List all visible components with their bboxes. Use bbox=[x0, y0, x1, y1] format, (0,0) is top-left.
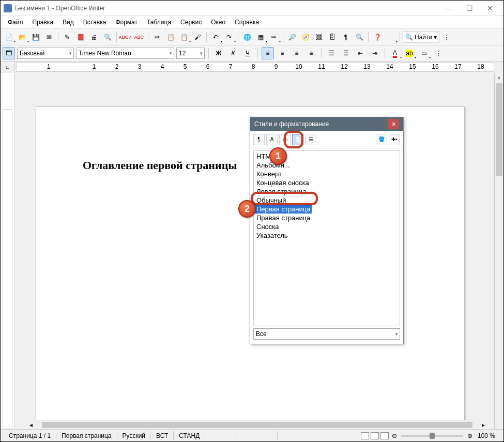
find-label: Найти bbox=[415, 34, 432, 41]
menu-view[interactable]: Вид bbox=[58, 18, 78, 27]
status-signature[interactable] bbox=[236, 431, 278, 440]
styles-panel-title: Стили и форматирование bbox=[254, 120, 388, 128]
horizontal-ruler-wrap: ∟ 1 1 2 3 4 5 6 7 8 9 10 11 12 13 14 15 … bbox=[1, 62, 503, 73]
styles-filter-combo[interactable]: Все bbox=[253, 328, 400, 340]
style-item-footnote[interactable]: Сноска bbox=[255, 222, 399, 231]
status-insert-mode[interactable]: ВСТ bbox=[151, 431, 174, 440]
spellcheck-button[interactable]: ABC✓ bbox=[119, 31, 132, 43]
font-size-combo[interactable]: 12 bbox=[176, 48, 205, 59]
single-page-icon[interactable] bbox=[361, 432, 369, 439]
navigator-button[interactable]: 🧭 bbox=[299, 31, 312, 43]
vertical-ruler[interactable] bbox=[1, 73, 15, 429]
font-name-combo[interactable]: Times New Roman bbox=[76, 48, 174, 59]
horizontal-scrollbar[interactable]: ◂▸ bbox=[29, 420, 485, 429]
find-replace-button[interactable]: 🔎 bbox=[286, 31, 298, 43]
status-selection-mode[interactable]: СТАНД bbox=[174, 431, 205, 440]
menu-window[interactable]: Окно bbox=[207, 18, 230, 27]
menu-table[interactable]: Таблица bbox=[143, 18, 175, 27]
fill-format-button[interactable]: 🪣 bbox=[376, 134, 387, 145]
style-item-envelope[interactable]: Конверт bbox=[255, 170, 399, 178]
bullet-list-button[interactable]: ☰ bbox=[340, 47, 352, 59]
zoom-slider[interactable] bbox=[401, 435, 463, 437]
cut-button[interactable]: ✂ bbox=[151, 31, 163, 43]
app-icon bbox=[4, 4, 12, 12]
maximize-button[interactable]: ☐ bbox=[459, 1, 480, 16]
zoom-percent[interactable]: 100 % bbox=[472, 431, 500, 440]
draw-button[interactable]: ✏▾ bbox=[268, 31, 280, 43]
table-button[interactable]: ▦▾ bbox=[254, 31, 267, 43]
styles-panel-close-button[interactable]: ✕ bbox=[388, 119, 399, 129]
toolbar-overflow[interactable]: ⋮ bbox=[440, 31, 453, 43]
paste-button[interactable]: 📋▾ bbox=[178, 31, 190, 43]
new-doc-button[interactable]: 📄▾ bbox=[3, 31, 15, 43]
align-center-button[interactable]: ≡ bbox=[276, 47, 288, 59]
bold-button[interactable]: Ж bbox=[212, 47, 225, 59]
style-item-index[interactable]: Указатель bbox=[255, 231, 399, 240]
email-button[interactable]: ✉ bbox=[43, 31, 55, 43]
increase-indent-button[interactable]: ⇥ bbox=[369, 47, 381, 59]
menu-format[interactable]: Формат bbox=[111, 18, 142, 27]
style-item-right-page[interactable]: Правая страница bbox=[255, 214, 399, 222]
styles-panel-titlebar[interactable]: Стили и форматирование ✕ bbox=[250, 117, 403, 131]
italic-button[interactable]: К bbox=[227, 47, 239, 59]
edit-button[interactable]: ✎ bbox=[61, 31, 73, 43]
datasource-button[interactable]: 🗄 bbox=[326, 31, 339, 43]
book-view-icon[interactable] bbox=[380, 432, 389, 439]
vertical-scrollbar[interactable]: ▴ bbox=[494, 73, 503, 429]
paragraph-style-combo[interactable]: Базовый bbox=[17, 48, 74, 59]
align-right-button[interactable]: ≡ bbox=[291, 47, 303, 59]
paragraph-styles-button[interactable]: ¶ bbox=[253, 134, 265, 145]
view-layout-icons[interactable] bbox=[358, 432, 392, 439]
menu-file[interactable]: Файл bbox=[4, 18, 27, 27]
open-button[interactable]: 📂▾ bbox=[16, 31, 28, 43]
formatting-overflow[interactable]: ⋮ bbox=[432, 47, 445, 59]
copy-button[interactable]: 📋 bbox=[164, 31, 177, 43]
underline-button[interactable]: Ч bbox=[241, 47, 254, 59]
style-item-endnote[interactable]: Концевая сноска bbox=[255, 178, 399, 187]
status-language[interactable]: Русский bbox=[117, 431, 151, 440]
redo-button[interactable]: ↷▾ bbox=[223, 31, 235, 43]
zoom-out-button[interactable]: ⊖ bbox=[392, 432, 397, 439]
zoom-in-button[interactable]: ⊕ bbox=[467, 432, 472, 439]
whatsthis-button[interactable]: ▾ bbox=[385, 31, 397, 43]
minimize-button[interactable]: — bbox=[438, 1, 459, 16]
multi-page-icon[interactable] bbox=[371, 432, 379, 439]
character-styles-button[interactable]: A bbox=[266, 134, 278, 145]
font-color-button[interactable]: A▾ bbox=[389, 47, 401, 59]
style-item-first-page[interactable]: Первая страница bbox=[255, 205, 312, 214]
print-button[interactable]: 🖨 bbox=[88, 31, 100, 43]
callout-ring-2 bbox=[251, 192, 318, 205]
numbered-list-button[interactable]: ☰ bbox=[325, 47, 338, 59]
menu-tools[interactable]: Сервис bbox=[176, 18, 206, 27]
align-left-button[interactable]: ≡ bbox=[262, 47, 274, 59]
bg-color-button[interactable]: ▭▾ bbox=[418, 47, 430, 59]
highlight-button[interactable]: ab▾ bbox=[403, 47, 416, 59]
align-justify-button[interactable]: ≡ bbox=[305, 47, 317, 59]
decrease-indent-button[interactable]: ⇤ bbox=[354, 47, 366, 59]
menu-edit[interactable]: Правка bbox=[28, 18, 58, 27]
zoom-button[interactable]: 🔍 bbox=[353, 31, 365, 43]
menu-insert[interactable]: Вставка bbox=[79, 18, 111, 27]
horizontal-ruler[interactable]: 1 1 2 3 4 5 6 7 8 9 10 11 12 13 14 15 16… bbox=[16, 63, 494, 72]
status-page-style[interactable]: Первая страница bbox=[56, 431, 117, 440]
auto-spellcheck-button[interactable]: ABC bbox=[133, 31, 145, 43]
styles-window-button[interactable]: 🗔 bbox=[3, 47, 15, 59]
styles-list[interactable]: HTML Альбомн... Конверт Концевая сноска … bbox=[253, 150, 400, 326]
find-toolbar[interactable]: 🔍 Найти ▾ bbox=[403, 32, 439, 43]
hyperlink-button[interactable]: 🌐 bbox=[241, 31, 253, 43]
pdf-export-button[interactable]: 📕 bbox=[74, 31, 87, 43]
status-modified[interactable] bbox=[205, 431, 236, 440]
save-button[interactable]: 💾 bbox=[29, 31, 42, 43]
close-button[interactable]: ✕ bbox=[480, 1, 500, 16]
gallery-button[interactable]: 🖼 bbox=[313, 31, 325, 43]
new-style-button[interactable]: ✚▾ bbox=[389, 134, 400, 145]
help-button[interactable]: ❓ bbox=[371, 31, 384, 43]
ruler-corner: ∟ bbox=[1, 62, 15, 73]
format-paint-button[interactable]: 🖌 bbox=[191, 31, 204, 43]
status-page[interactable]: Страница 1 / 1 bbox=[4, 431, 56, 440]
list-styles-button[interactable]: ☰ bbox=[305, 134, 316, 145]
undo-button[interactable]: ↶▾ bbox=[209, 31, 222, 43]
print-preview-button[interactable]: 🔍 bbox=[101, 31, 114, 43]
menu-help[interactable]: Справка bbox=[231, 18, 263, 27]
nonprinting-button[interactable]: ¶ bbox=[340, 31, 352, 43]
